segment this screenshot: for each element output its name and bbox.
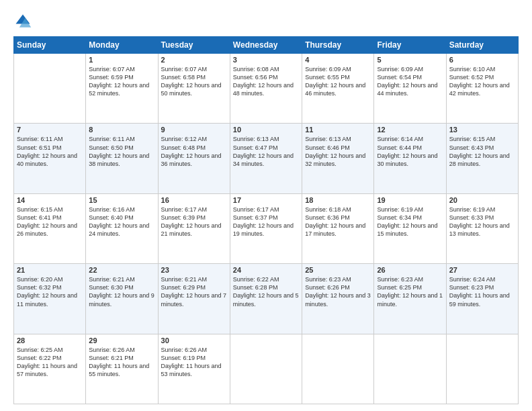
- cell-info: Sunrise: 6:11 AMSunset: 6:50 PMDaylight:…: [89, 135, 154, 168]
- day-header-thursday: Thursday: [302, 37, 374, 54]
- calendar-cell: 11Sunrise: 6:13 AMSunset: 6:46 PMDayligh…: [302, 124, 374, 193]
- day-number: 10: [233, 126, 299, 134]
- calendar-cell: [302, 334, 374, 404]
- cell-info: Sunrise: 6:08 AMSunset: 6:56 PMDaylight:…: [233, 65, 299, 98]
- day-header-sunday: Sunday: [14, 37, 86, 54]
- cell-info: Sunrise: 6:20 AMSunset: 6:32 PMDaylight:…: [17, 275, 83, 308]
- cell-info: Sunrise: 6:17 AMSunset: 6:39 PMDaylight:…: [161, 205, 227, 238]
- cell-info: Sunrise: 6:18 AMSunset: 6:36 PMDaylight:…: [305, 205, 371, 238]
- day-number: 9: [161, 126, 227, 134]
- cell-info: Sunrise: 6:19 AMSunset: 6:33 PMDaylight:…: [449, 205, 515, 238]
- cell-info: Sunrise: 6:13 AMSunset: 6:47 PMDaylight:…: [233, 135, 299, 168]
- day-header-wednesday: Wednesday: [230, 37, 302, 54]
- cell-info: Sunrise: 6:09 AMSunset: 6:54 PMDaylight:…: [377, 65, 443, 98]
- cell-info: Sunrise: 6:21 AMSunset: 6:29 PMDaylight:…: [161, 275, 227, 308]
- cell-info: Sunrise: 6:25 AMSunset: 6:22 PMDaylight:…: [17, 346, 83, 379]
- day-number: 3: [233, 56, 299, 64]
- calendar-cell: 14Sunrise: 6:15 AMSunset: 6:41 PMDayligh…: [14, 193, 86, 263]
- cell-info: Sunrise: 6:16 AMSunset: 6:40 PMDaylight:…: [89, 205, 154, 238]
- calendar-cell: 1Sunrise: 6:07 AMSunset: 6:59 PMDaylight…: [86, 54, 158, 124]
- calendar-week-5: 28Sunrise: 6:25 AMSunset: 6:22 PMDayligh…: [14, 334, 519, 404]
- day-number: 12: [377, 126, 443, 134]
- day-number: 20: [449, 196, 515, 204]
- calendar-cell: 16Sunrise: 6:17 AMSunset: 6:39 PMDayligh…: [158, 193, 230, 263]
- day-header-monday: Monday: [86, 37, 158, 54]
- day-number: 15: [89, 196, 154, 204]
- day-number: 14: [17, 196, 83, 204]
- calendar-cell: 28Sunrise: 6:25 AMSunset: 6:22 PMDayligh…: [14, 334, 86, 404]
- day-number: 22: [89, 266, 154, 274]
- calendar-table: SundayMondayTuesdayWednesdayThursdayFrid…: [13, 36, 519, 404]
- calendar-week-3: 14Sunrise: 6:15 AMSunset: 6:41 PMDayligh…: [14, 193, 519, 263]
- day-number: 16: [161, 196, 227, 204]
- calendar-cell: 18Sunrise: 6:18 AMSunset: 6:36 PMDayligh…: [302, 193, 374, 263]
- day-number: 6: [449, 56, 515, 64]
- day-number: 29: [89, 336, 154, 345]
- calendar-cell: 10Sunrise: 6:13 AMSunset: 6:47 PMDayligh…: [230, 124, 302, 193]
- cell-info: Sunrise: 6:21 AMSunset: 6:30 PMDaylight:…: [89, 275, 154, 308]
- day-number: 1: [89, 56, 154, 64]
- day-number: 25: [305, 266, 371, 274]
- cell-info: Sunrise: 6:14 AMSunset: 6:44 PMDaylight:…: [377, 135, 443, 168]
- cell-info: Sunrise: 6:19 AMSunset: 6:34 PMDaylight:…: [377, 205, 443, 238]
- cell-info: Sunrise: 6:07 AMSunset: 6:59 PMDaylight:…: [89, 65, 154, 98]
- header: [13, 12, 519, 31]
- calendar-cell: [14, 54, 86, 124]
- cell-info: Sunrise: 6:23 AMSunset: 6:26 PMDaylight:…: [305, 275, 371, 308]
- cell-info: Sunrise: 6:10 AMSunset: 6:52 PMDaylight:…: [449, 65, 515, 98]
- calendar-cell: 27Sunrise: 6:24 AMSunset: 6:23 PMDayligh…: [446, 264, 518, 334]
- day-number: 30: [161, 336, 227, 345]
- day-number: 5: [377, 56, 443, 64]
- calendar-header-row: SundayMondayTuesdayWednesdayThursdayFrid…: [14, 37, 519, 54]
- calendar-cell: 9Sunrise: 6:12 AMSunset: 6:48 PMDaylight…: [158, 124, 230, 193]
- calendar-week-1: 1Sunrise: 6:07 AMSunset: 6:59 PMDaylight…: [14, 54, 519, 124]
- calendar-cell: [374, 334, 446, 404]
- day-header-tuesday: Tuesday: [158, 37, 230, 54]
- calendar-cell: 2Sunrise: 6:07 AMSunset: 6:58 PMDaylight…: [158, 54, 230, 124]
- day-number: 21: [17, 266, 83, 274]
- day-number: 19: [377, 196, 443, 204]
- calendar-cell: 29Sunrise: 6:26 AMSunset: 6:21 PMDayligh…: [86, 334, 158, 404]
- day-number: 23: [161, 266, 227, 274]
- calendar-cell: 25Sunrise: 6:23 AMSunset: 6:26 PMDayligh…: [302, 264, 374, 334]
- calendar-cell: 22Sunrise: 6:21 AMSunset: 6:30 PMDayligh…: [86, 264, 158, 334]
- calendar-cell: [446, 334, 518, 404]
- calendar-cell: 8Sunrise: 6:11 AMSunset: 6:50 PMDaylight…: [86, 124, 158, 193]
- cell-info: Sunrise: 6:07 AMSunset: 6:58 PMDaylight:…: [161, 65, 227, 98]
- calendar-cell: 19Sunrise: 6:19 AMSunset: 6:34 PMDayligh…: [374, 193, 446, 263]
- cell-info: Sunrise: 6:11 AMSunset: 6:51 PMDaylight:…: [17, 135, 83, 168]
- day-number: 28: [17, 336, 83, 345]
- day-number: 27: [449, 266, 515, 274]
- cell-info: Sunrise: 6:26 AMSunset: 6:19 PMDaylight:…: [161, 346, 227, 379]
- cell-info: Sunrise: 6:15 AMSunset: 6:41 PMDaylight:…: [17, 205, 83, 238]
- day-number: 18: [305, 196, 371, 204]
- day-number: 26: [377, 266, 443, 274]
- calendar-cell: 17Sunrise: 6:17 AMSunset: 6:37 PMDayligh…: [230, 193, 302, 263]
- day-header-friday: Friday: [374, 37, 446, 54]
- logo-icon: [13, 12, 32, 31]
- calendar-cell: 15Sunrise: 6:16 AMSunset: 6:40 PMDayligh…: [86, 193, 158, 263]
- calendar-cell: 30Sunrise: 6:26 AMSunset: 6:19 PMDayligh…: [158, 334, 230, 404]
- cell-info: Sunrise: 6:26 AMSunset: 6:21 PMDaylight:…: [89, 346, 154, 379]
- day-header-saturday: Saturday: [446, 37, 518, 54]
- day-number: 4: [305, 56, 371, 64]
- cell-info: Sunrise: 6:24 AMSunset: 6:23 PMDaylight:…: [449, 275, 515, 308]
- cell-info: Sunrise: 6:09 AMSunset: 6:55 PMDaylight:…: [305, 65, 371, 98]
- cell-info: Sunrise: 6:23 AMSunset: 6:25 PMDaylight:…: [377, 275, 443, 308]
- calendar-cell: 20Sunrise: 6:19 AMSunset: 6:33 PMDayligh…: [446, 193, 518, 263]
- day-number: 13: [449, 126, 515, 134]
- day-number: 24: [233, 266, 299, 274]
- cell-info: Sunrise: 6:13 AMSunset: 6:46 PMDaylight:…: [305, 135, 371, 168]
- calendar-cell: 6Sunrise: 6:10 AMSunset: 6:52 PMDaylight…: [446, 54, 518, 124]
- calendar-cell: 3Sunrise: 6:08 AMSunset: 6:56 PMDaylight…: [230, 54, 302, 124]
- calendar-cell: 21Sunrise: 6:20 AMSunset: 6:32 PMDayligh…: [14, 264, 86, 334]
- calendar-cell: 7Sunrise: 6:11 AMSunset: 6:51 PMDaylight…: [14, 124, 86, 193]
- calendar-cell: 26Sunrise: 6:23 AMSunset: 6:25 PMDayligh…: [374, 264, 446, 334]
- day-number: 2: [161, 56, 227, 64]
- calendar-cell: 24Sunrise: 6:22 AMSunset: 6:28 PMDayligh…: [230, 264, 302, 334]
- day-number: 7: [17, 126, 83, 134]
- cell-info: Sunrise: 6:17 AMSunset: 6:37 PMDaylight:…: [233, 205, 299, 238]
- calendar-cell: 13Sunrise: 6:15 AMSunset: 6:43 PMDayligh…: [446, 124, 518, 193]
- calendar-cell: [230, 334, 302, 404]
- cell-info: Sunrise: 6:12 AMSunset: 6:48 PMDaylight:…: [161, 135, 227, 168]
